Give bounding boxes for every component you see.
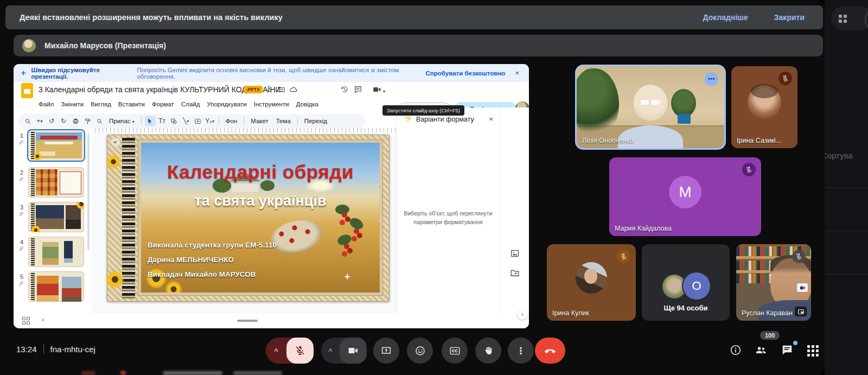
picture-in-picture-icon[interactable]: [795, 307, 807, 316]
chat-notification-dot: [793, 341, 797, 345]
current-slide[interactable]: Календарні обряди та свята українців Вик…: [107, 135, 390, 302]
activities-button[interactable]: [807, 345, 819, 357]
join-call-camera-icon[interactable]: [373, 85, 382, 95]
menu-tools[interactable]: Інструменти: [254, 101, 289, 107]
desktop-sliver: [233, 371, 282, 375]
slide-thumbnail-1[interactable]: [28, 130, 84, 161]
raise-hand-button[interactable]: [475, 338, 501, 364]
presenter-bar[interactable]: Михайло Марусов (Презентація): [14, 35, 823, 56]
tile-more-people[interactable]: О Ще 94 особи: [642, 244, 730, 321]
tile-iryna-kulyk[interactable]: Ірина Кулик: [547, 244, 636, 321]
resize-handle[interactable]: [237, 320, 258, 322]
chat-button[interactable]: [781, 344, 794, 357]
search-menus-icon[interactable]: [22, 116, 33, 126]
shapes-tool[interactable]: [169, 116, 180, 126]
clock-time: 13:24: [16, 345, 37, 354]
print-icon[interactable]: [70, 116, 81, 126]
phone-hangup-icon: [544, 344, 557, 357]
slide-number: 1: [20, 132, 23, 139]
fit-zoom-select[interactable]: Припас ▾: [106, 118, 138, 124]
slide-thumbnail-2[interactable]: [28, 167, 84, 198]
menu-edit[interactable]: Змінити: [61, 101, 84, 107]
camera-options-chevron[interactable]: ^: [321, 347, 340, 355]
menu-help[interactable]: Довідка: [296, 101, 318, 107]
cloud-status-icon[interactable]: [289, 85, 299, 95]
end-call-button[interactable]: [535, 338, 565, 364]
undo-icon[interactable]: ↺: [46, 116, 57, 126]
camera-toggle-button[interactable]: [340, 338, 367, 364]
image-panel-icon[interactable]: [510, 249, 522, 260]
layout-button[interactable]: Макет: [247, 118, 272, 124]
slide-thumbnail-4[interactable]: [28, 237, 84, 267]
select-cursor-tool[interactable]: [145, 116, 156, 126]
collapse-filmstrip-chevron[interactable]: ‹: [42, 315, 44, 323]
gemini-try-free-button[interactable]: Спробувати безкоштовно: [426, 70, 506, 77]
chart-tool[interactable]: Yₙ▾: [205, 116, 215, 126]
meeting-details-button[interactable]: [730, 344, 743, 357]
captions-button[interactable]: [442, 338, 468, 364]
line-tool[interactable]: ╲▾: [181, 116, 192, 126]
participant-name: Лілія Онопченко: [582, 137, 634, 144]
credit-line-3: Викладач Михайло МАРУСОВ: [148, 267, 277, 282]
insert-image-tool[interactable]: [193, 116, 203, 126]
background-window-tab[interactable]: [831, 7, 868, 30]
move-folder-icon[interactable]: [277, 85, 287, 95]
mic-muted-icon: [792, 250, 806, 263]
menu-view[interactable]: Вигляд: [91, 101, 111, 107]
version-history-icon[interactable]: [340, 85, 350, 95]
tile-maria-kaidalova[interactable]: М Мария Кайдалова: [609, 157, 761, 236]
folder-panel-icon[interactable]: [510, 268, 522, 280]
tile-ruslan-karavan[interactable]: Руслан Караван: [736, 244, 811, 321]
reactions-button[interactable]: [407, 338, 433, 364]
redo-icon[interactable]: ↻: [58, 116, 69, 126]
background-button[interactable]: Фон: [222, 118, 241, 124]
spiral-binding: [122, 138, 135, 298]
background-sort-label: Сортува: [821, 151, 853, 160]
mic-mute-button[interactable]: [286, 338, 314, 364]
speaker-audio-icon[interactable]: [111, 138, 120, 147]
transition-button[interactable]: Перехід: [301, 118, 330, 124]
slide-number: 4: [20, 239, 23, 245]
paint-format-icon[interactable]: [82, 116, 93, 126]
tile-options-button[interactable]: ⋯: [705, 72, 718, 86]
gemini-close-icon[interactable]: ×: [515, 69, 519, 77]
paperclip-icon: [18, 212, 24, 218]
avatar: [576, 262, 607, 294]
filmstrip-scrollbar[interactable]: [87, 134, 90, 250]
comments-icon[interactable]: [354, 85, 363, 95]
participant-name: Ірина Сазикі...: [737, 137, 781, 144]
menu-file[interactable]: Файл: [39, 101, 54, 107]
avatar: [748, 85, 781, 119]
zoom-in-icon[interactable]: +▾: [34, 116, 45, 126]
slide-thumbnail-5[interactable]: [28, 271, 84, 302]
present-screen-button[interactable]: [373, 338, 399, 364]
menu-insert[interactable]: Вставити: [118, 101, 145, 107]
people-icon: [755, 344, 767, 357]
meeting-code: fna-mhtu-cej: [50, 345, 95, 354]
more-options-button[interactable]: ⋮: [508, 338, 534, 364]
menu-slide[interactable]: Слайд: [181, 101, 200, 107]
tile-iryna-sazyki[interactable]: Ірина Сазикі...: [731, 66, 797, 148]
presenter-avatar: [22, 39, 36, 53]
star-icon[interactable]: ☆: [266, 85, 276, 95]
slides-app-icon[interactable]: [21, 83, 33, 98]
learn-more-link[interactable]: Докладніше: [703, 13, 748, 22]
dismiss-banner-link[interactable]: Закрити: [774, 13, 805, 22]
slide-thumbnail-3[interactable]: [28, 202, 84, 232]
format-panel-close-icon[interactable]: ×: [489, 115, 493, 123]
theme-button[interactable]: Тема: [273, 118, 294, 124]
zoom-icon[interactable]: [94, 116, 105, 126]
text-box-tool[interactable]: Tт: [157, 116, 168, 126]
avatar-initial: О: [683, 272, 710, 300]
people-button[interactable]: [755, 344, 768, 357]
gemini-body-text: Попросіть Gemini виділити основні виснов…: [137, 67, 425, 80]
expand-right-chevron[interactable]: ›: [517, 309, 528, 320]
desktop-sliver: [81, 371, 95, 375]
menu-arrange[interactable]: Упорядкувати: [207, 101, 246, 107]
menu-format[interactable]: Формат: [152, 101, 174, 107]
paperclip-icon: [18, 140, 24, 147]
camera-dropdown-caret[interactable]: ▾: [383, 85, 388, 95]
tile-lilia-onopchenko[interactable]: ⋯ Лілія Онопченко: [577, 66, 724, 148]
mic-options-chevron[interactable]: ^: [266, 347, 286, 355]
grid-view-icon[interactable]: [22, 317, 30, 325]
